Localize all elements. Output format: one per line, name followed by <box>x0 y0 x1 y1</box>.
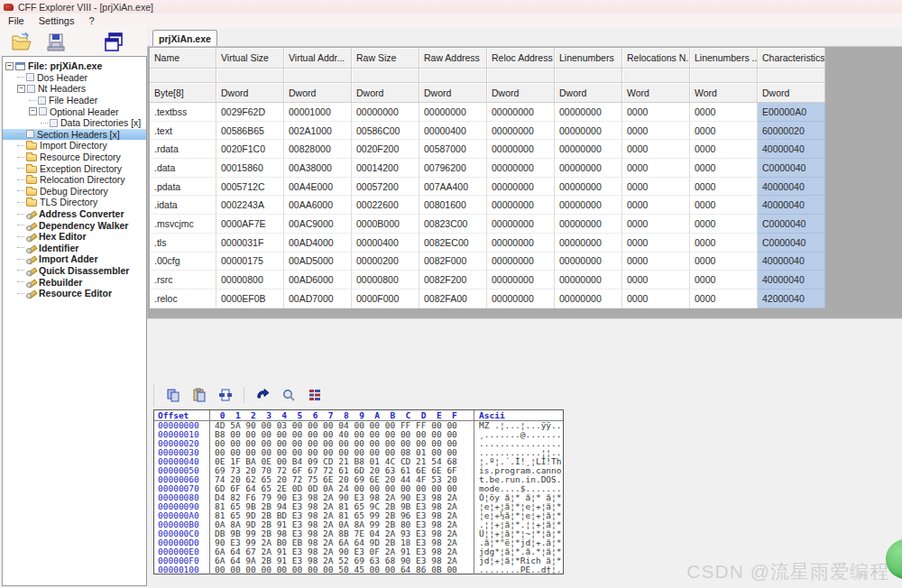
tab-prjxian-exe[interactable]: prjXiAn.exe <box>152 30 217 47</box>
cell[interactable]: 00000000 <box>487 253 555 271</box>
tree-item-tls-directory[interactable]: TLS Directory <box>3 197 146 208</box>
cell[interactable]: 0000 <box>690 122 758 141</box>
tree-item-import-adder[interactable]: Import Adder <box>3 253 146 265</box>
cell[interactable]: .msvcjmc <box>150 215 216 234</box>
hex-ascii[interactable]: MZ .¦...¦...ÿÿ.. <box>474 421 563 430</box>
cell[interactable]: 00801600 <box>419 196 487 215</box>
cell[interactable]: 00000000 <box>555 178 622 197</box>
cell[interactable]: 00000800 <box>352 271 419 289</box>
hex-ascii[interactable]: ¦.º¦.´.Í!¸¦LÍ!Th <box>474 457 563 466</box>
tree-item-dos-header[interactable]: Dos Header <box>3 72 146 84</box>
hex-ascii[interactable]: ¸.......@....... <box>474 430 563 439</box>
column-header[interactable]: Linenumbers ... <box>690 48 758 69</box>
cell[interactable]: 00000000 <box>555 140 622 159</box>
column-header[interactable]: Virtual Size <box>216 48 284 69</box>
cell[interactable]: 00586C00 <box>352 122 419 141</box>
cell[interactable]: 00000000 <box>555 215 622 234</box>
cell[interactable]: E00000A0 <box>758 103 825 122</box>
hex-ascii[interactable]: t.be.run.in.DOS. <box>474 475 563 484</box>
hex-view[interactable]: Offset 0 1 2 3 4 5 6 7 8 9 A B C D E F A… <box>153 409 564 574</box>
search-icon[interactable] <box>281 387 297 403</box>
column-header[interactable]: Linenumbers <box>555 48 622 69</box>
cell[interactable]: C0000040 <box>758 215 825 234</box>
cell[interactable]: 0000 <box>622 140 690 159</box>
cell[interactable]: 0000 <box>690 289 758 308</box>
tree-item-dependency-walker[interactable]: Dependency Walker <box>3 219 146 231</box>
tree-item-exception-directory[interactable]: Exception Directory <box>3 162 146 174</box>
cell[interactable]: 00014200 <box>352 159 419 178</box>
hex-ascii[interactable]: Ô¦öy ã¦* ã¦* ã¦* <box>474 493 563 502</box>
cell[interactable]: 0005712C <box>216 178 284 197</box>
cell[interactable]: 40000040 <box>758 140 825 159</box>
cell[interactable]: .pdata <box>150 178 216 197</box>
hex-ascii[interactable]: is.program.canno <box>474 466 563 475</box>
save-file-icon[interactable] <box>45 32 67 53</box>
cell[interactable]: 40000040 <box>758 271 825 289</box>
expander-icon[interactable]: − <box>17 85 25 93</box>
cell[interactable]: 0020F200 <box>352 140 419 159</box>
cell[interactable]: 00AD7000 <box>284 289 352 308</box>
hex-ascii[interactable]: ........PE..d†¦. <box>474 565 563 574</box>
cell[interactable]: 00015860 <box>216 159 284 178</box>
cell[interactable]: 60000020 <box>758 122 825 141</box>
expander-icon[interactable]: − <box>29 107 37 115</box>
cell[interactable]: 00A4E000 <box>284 178 352 197</box>
cell[interactable]: 0082F200 <box>419 271 487 289</box>
cell[interactable]: 0000 <box>690 253 758 271</box>
hex-ascii[interactable]: .ã¦*°ë¦*jd¦+.ã¦* <box>474 538 563 547</box>
cell[interactable]: 40000040 <box>758 253 825 271</box>
cell[interactable]: 0020F1C0 <box>216 140 284 159</box>
cell[interactable]: 0000 <box>622 159 690 178</box>
cell[interactable]: 00000400 <box>419 122 487 141</box>
cell[interactable]: 40000040 <box>758 178 825 197</box>
cell[interactable]: 00000000 <box>487 234 555 253</box>
cell[interactable]: .textbss <box>150 103 216 122</box>
cell[interactable]: 00AA6000 <box>284 196 352 215</box>
tree-item-relocation-directory[interactable]: Relocation Directory <box>3 174 146 186</box>
data-converter-icon[interactable] <box>307 387 323 403</box>
cell[interactable]: 0000EF0B <box>216 289 284 308</box>
hex-ascii[interactable]: mode....$....... <box>474 484 563 493</box>
cell[interactable]: 0000031F <box>216 234 284 253</box>
cell[interactable]: 00AD4000 <box>284 234 352 253</box>
cell[interactable]: 00823C00 <box>419 215 487 234</box>
hex-ascii[interactable]: ............¦¦.. <box>474 448 563 457</box>
goto-offset-icon[interactable] <box>254 387 271 403</box>
cell[interactable]: 00000000 <box>487 271 555 289</box>
cell[interactable]: 00000000 <box>555 103 622 122</box>
cell[interactable]: 00AD5000 <box>284 253 352 271</box>
cell[interactable]: 007AA400 <box>419 178 487 197</box>
cell[interactable]: .data <box>150 159 216 178</box>
cell[interactable]: 00000000 <box>487 159 555 178</box>
cell[interactable]: C0000040 <box>758 159 825 178</box>
write-file-icon[interactable] <box>217 387 234 403</box>
cell[interactable]: 00A38000 <box>284 159 352 178</box>
cell[interactable]: 0000 <box>690 215 758 234</box>
cell[interactable]: 00000000 <box>555 159 622 178</box>
cell[interactable]: 0000B000 <box>352 215 419 234</box>
hex-ascii[interactable]: jd¦+¦ã¦*Rich ã¦* <box>474 556 563 565</box>
cell[interactable]: 0000 <box>622 289 690 308</box>
tree-item-optional-header[interactable]: −Optional Header <box>3 106 146 117</box>
cell[interactable]: 0000 <box>690 234 758 253</box>
tree-item-import-directory[interactable]: Import Directory <box>3 140 146 152</box>
tree-item-address-converter[interactable]: Address Converter <box>3 208 146 220</box>
copy-icon[interactable] <box>165 387 181 403</box>
cell[interactable]: 0000 <box>690 178 758 197</box>
cell[interactable]: 00000000 <box>555 289 622 308</box>
cell[interactable]: 40000040 <box>758 196 825 215</box>
cell[interactable]: 00000000 <box>487 196 555 215</box>
cell[interactable]: 0000 <box>690 196 758 215</box>
column-header[interactable]: Relocations N... <box>622 48 690 69</box>
cell[interactable]: 00000000 <box>555 234 622 253</box>
column-header[interactable]: Characteristics <box>758 48 825 69</box>
cell[interactable]: .reloc <box>150 289 216 308</box>
menu-help[interactable]: ? <box>88 15 94 26</box>
cell[interactable]: 42000040 <box>758 289 825 308</box>
cell[interactable]: .00cfg <box>150 253 216 271</box>
cell[interactable]: 0000AF7E <box>216 215 284 234</box>
hex-ascii[interactable]: ................ <box>474 439 563 448</box>
cell[interactable]: .tls <box>150 234 216 253</box>
cell[interactable]: 0000 <box>622 178 690 197</box>
hex-ascii[interactable]: .¦¦+¦ã¦*.¦¦+¦ã¦* <box>474 520 563 529</box>
